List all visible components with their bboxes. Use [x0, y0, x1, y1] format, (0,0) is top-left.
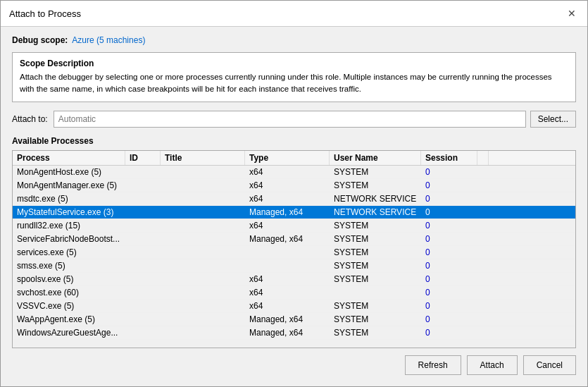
table-cell — [125, 219, 161, 232]
table-cell — [125, 206, 161, 219]
table-row[interactable]: svchost.exe (60)x640 — [13, 286, 575, 300]
scope-description-text: Attach the debugger by selecting one or … — [20, 71, 568, 96]
table-cell: x64 — [245, 179, 330, 192]
scrollbar-space — [477, 151, 489, 165]
refresh-button[interactable]: Refresh — [405, 355, 461, 375]
table-header: Process ID Title Type User Name Session — [13, 151, 575, 166]
table-cell: smss.exe (5) — [13, 259, 125, 272]
table-row[interactable]: MonAgentHost.exe (5)x64SYSTEM0 — [13, 166, 575, 179]
table-cell — [125, 192, 161, 205]
table-cell: Managed, x64 — [245, 206, 330, 219]
table-row[interactable]: MyStatefulService.exe (3)Managed, x64NET… — [13, 206, 575, 219]
attach-to-input[interactable] — [54, 111, 526, 128]
col-username: User Name — [330, 151, 421, 165]
table-cell: 0 — [421, 300, 477, 312]
col-type: Type — [245, 151, 330, 165]
table-cell: WaAppAgent.exe (5) — [13, 313, 125, 326]
table-cell: 0 — [421, 273, 477, 285]
process-table: Process ID Title Type User Name Session … — [12, 150, 576, 349]
table-cell — [161, 300, 245, 312]
table-cell: services.exe (5) — [13, 246, 125, 259]
col-process: Process — [13, 151, 125, 165]
table-cell: 0 — [421, 206, 477, 219]
table-cell: x64 — [245, 166, 330, 178]
table-row[interactable]: spoolsv.exe (5)x64SYSTEM0 — [13, 273, 575, 286]
table-cell: SYSTEM — [330, 259, 421, 272]
table-cell: SYSTEM — [330, 166, 421, 178]
cancel-button[interactable]: Cancel — [523, 355, 576, 375]
table-row[interactable]: MonAgentManager.exe (5)x64SYSTEM0 — [13, 179, 575, 192]
table-cell — [330, 286, 421, 299]
col-session: Session — [421, 151, 477, 165]
table-cell: Managed, x64 — [245, 326, 330, 339]
footer-buttons: Refresh Attach Cancel — [12, 348, 576, 378]
table-cell: SYSTEM — [330, 233, 421, 245]
table-cell — [161, 166, 245, 178]
table-cell: 0 — [421, 286, 477, 299]
table-row[interactable]: VSSVC.exe (5)x64SYSTEM0 — [13, 300, 575, 313]
table-cell — [161, 192, 245, 205]
table-cell — [161, 286, 245, 299]
table-cell: svchost.exe (60) — [13, 286, 125, 299]
table-row[interactable]: msdtc.exe (5)x64NETWORK SERVICE0 — [13, 192, 575, 206]
table-cell — [125, 300, 161, 312]
scope-description-title: Scope Description — [20, 59, 568, 68]
table-cell — [161, 233, 245, 245]
table-cell: x64 — [245, 273, 330, 285]
attach-to-label: Attach to: — [12, 114, 48, 124]
debug-scope-value: Azure (5 machines) — [72, 35, 145, 45]
debug-scope-row: Debug scope: Azure (5 machines) — [12, 35, 576, 45]
table-cell: 0 — [421, 192, 477, 205]
table-cell — [161, 313, 245, 326]
table-cell: SYSTEM — [330, 219, 421, 232]
table-cell — [125, 326, 161, 339]
table-cell: x64 — [245, 286, 330, 299]
table-cell — [125, 259, 161, 272]
col-id: ID — [125, 151, 161, 165]
table-cell: SYSTEM — [330, 273, 421, 285]
close-button[interactable]: ✕ — [565, 6, 579, 20]
table-cell — [161, 273, 245, 285]
table-cell: 0 — [421, 259, 477, 272]
table-cell — [125, 313, 161, 326]
table-row[interactable]: WindowsAzureGuestAge...Managed, x64SYSTE… — [13, 326, 575, 340]
table-row[interactable]: services.exe (5)SYSTEM0 — [13, 246, 575, 259]
available-processes-label: Available Processes — [12, 136, 576, 146]
table-row[interactable]: WaAppAgent.exe (5)Managed, x64SYSTEM0 — [13, 313, 575, 326]
table-cell: MyStatefulService.exe (3) — [13, 206, 125, 219]
table-cell: NETWORK SERVICE — [330, 206, 421, 219]
table-row[interactable]: ServiceFabricNodeBootst...Managed, x64SY… — [13, 233, 575, 246]
table-cell — [161, 259, 245, 272]
title-bar: Attach to Process ✕ — [1, 1, 587, 27]
table-cell — [161, 219, 245, 232]
table-cell: SYSTEM — [330, 313, 421, 326]
table-cell: spoolsv.exe (5) — [13, 273, 125, 285]
table-cell: 0 — [421, 166, 477, 178]
dialog-content: Debug scope: Azure (5 machines) Scope De… — [1, 27, 587, 386]
table-cell: 0 — [421, 233, 477, 245]
select-button[interactable]: Select... — [530, 111, 576, 128]
table-cell: Managed, x64 — [245, 233, 330, 245]
table-cell: 0 — [421, 179, 477, 192]
table-cell: 0 — [421, 246, 477, 259]
col-title: Title — [161, 151, 245, 165]
dialog-title: Attach to Process — [9, 8, 81, 19]
table-body[interactable]: MonAgentHost.exe (5)x64SYSTEM0MonAgentMa… — [13, 166, 575, 348]
table-cell — [125, 273, 161, 285]
table-row[interactable]: smss.exe (5)SYSTEM0 — [13, 259, 575, 273]
table-cell: 0 — [421, 313, 477, 326]
table-cell: ServiceFabricNodeBootst... — [13, 233, 125, 245]
table-row[interactable]: rundll32.exe (15)x64SYSTEM0 — [13, 219, 575, 233]
debug-scope-label: Debug scope: — [12, 35, 68, 45]
table-cell — [125, 246, 161, 259]
table-cell: NETWORK SERVICE — [330, 192, 421, 205]
attach-to-process-dialog: Attach to Process ✕ Debug scope: Azure (… — [0, 0, 588, 387]
table-cell — [161, 326, 245, 339]
table-cell — [125, 286, 161, 299]
table-cell: 0 — [421, 219, 477, 232]
attach-button[interactable]: Attach — [467, 355, 518, 375]
table-cell: MonAgentHost.exe (5) — [13, 166, 125, 178]
table-cell — [125, 233, 161, 245]
table-cell — [161, 206, 245, 219]
table-cell: x64 — [245, 219, 330, 232]
